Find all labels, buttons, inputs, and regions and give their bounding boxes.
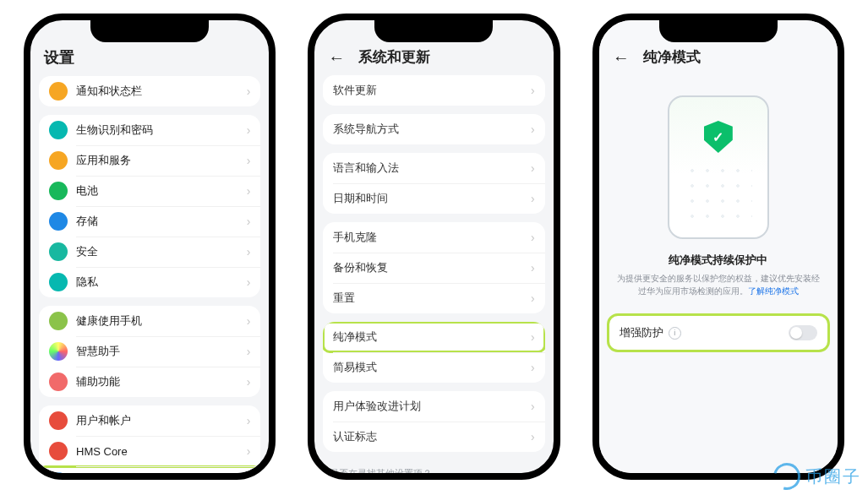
settings-row-通知和状态栏[interactable]: 通知和状态栏›	[39, 76, 260, 106]
row-label: 通知和状态栏	[76, 84, 247, 99]
chevron-right-icon: ›	[247, 275, 251, 289]
settings-row-隐私[interactable]: 隐私›	[39, 267, 260, 297]
row-label: 应用和服务	[76, 153, 247, 168]
health-icon	[49, 312, 68, 330]
apps-icon	[49, 151, 68, 170]
settings-row-系统和更新[interactable]: 系统和更新›	[39, 466, 260, 473]
title-row: ← 系统和更新	[314, 42, 553, 75]
notch	[659, 20, 778, 42]
settings-group: 通知和状态栏›	[39, 76, 260, 106]
system-group: 手机克隆›备份和恢复›重置›	[323, 222, 544, 313]
row-label: 智慧助手	[76, 344, 247, 359]
row-label: 简易模式	[333, 360, 531, 375]
pure-mode-hero: 纯净模式持续保护中 为提供更安全的服务以保护您的权益，建议优先安装经过华为应用市…	[599, 75, 838, 309]
row-label: 语言和输入法	[333, 160, 531, 176]
chevron-right-icon: ›	[247, 84, 251, 98]
learn-more-link[interactable]: 了解纯净模式	[748, 286, 799, 296]
battery-icon	[49, 182, 68, 200]
screen-pure-mode: ← 纯净模式 纯净模式持续保护中 为提供更安全的服务以保护您的权益，建议优先安装…	[599, 20, 838, 473]
system-row-重置[interactable]: 重置›	[323, 283, 544, 313]
settings-row-智慧助手[interactable]: 智慧助手›	[39, 336, 260, 367]
settings-row-用户和帐户[interactable]: 用户和帐户›	[39, 405, 260, 436]
settings-row-生物识别和密码[interactable]: 生物识别和密码›	[39, 115, 260, 145]
system-row-手机克隆[interactable]: 手机克隆›	[323, 222, 544, 253]
accessibility-icon	[49, 373, 68, 391]
footer-links: 是否在寻找其他设置项？ 无障碍 玩机技巧	[314, 460, 553, 473]
page-title: 设置	[30, 42, 269, 76]
chevron-right-icon: ›	[531, 291, 535, 305]
settings-row-安全[interactable]: 安全›	[39, 237, 260, 267]
settings-group: 生物识别和密码›应用和服务›电池›存储›安全›隐私›	[39, 115, 260, 297]
settings-row-辅助功能[interactable]: 辅助功能›	[39, 367, 260, 397]
page-title: 纯净模式	[643, 47, 701, 67]
system-row-软件更新[interactable]: 软件更新›	[323, 75, 544, 106]
row-label: 用户体验改进计划	[333, 399, 531, 414]
system-group: 系统导航方式›	[323, 114, 544, 144]
enhanced-protection-switch[interactable]	[789, 325, 817, 340]
chevron-right-icon: ›	[531, 192, 535, 205]
settings-row-存储[interactable]: 存储›	[39, 206, 260, 237]
chevron-right-icon: ›	[531, 231, 535, 244]
chevron-right-icon: ›	[531, 361, 535, 374]
notch	[374, 20, 493, 42]
chevron-right-icon: ›	[247, 444, 251, 458]
row-label: 用户和帐户	[76, 413, 247, 428]
row-label: 电池	[76, 183, 247, 199]
system-group: 语言和输入法›日期和时间›	[323, 153, 544, 214]
chevron-right-icon: ›	[247, 123, 251, 137]
enhanced-protection-row[interactable]: 增强防护 i	[608, 314, 829, 351]
system-row-系统导航方式[interactable]: 系统导航方式›	[323, 114, 544, 144]
chevron-right-icon: ›	[247, 184, 251, 198]
system-update-icon	[49, 472, 68, 473]
row-label: 生物识别和密码	[76, 122, 247, 138]
user-icon	[49, 411, 68, 430]
chevron-right-icon: ›	[531, 161, 535, 175]
enhanced-protection-label: 增强防护 i	[620, 325, 789, 340]
chevron-right-icon: ›	[531, 84, 535, 97]
page-title: 系统和更新	[358, 47, 430, 67]
back-icon[interactable]: ←	[328, 49, 345, 66]
system-group: 纯净模式›简易模式›	[323, 322, 544, 383]
system-row-简易模式[interactable]: 简易模式›	[323, 352, 544, 383]
system-row-备份和恢复[interactable]: 备份和恢复›	[323, 253, 544, 283]
system-row-日期和时间[interactable]: 日期和时间›	[323, 183, 544, 214]
info-icon[interactable]: i	[669, 327, 681, 340]
settings-row-HMS Core[interactable]: HMS Core›	[39, 436, 260, 466]
row-label: 认证标志	[333, 429, 531, 444]
watermark-text: 币圈子	[805, 465, 861, 488]
row-label: HMS Core	[76, 445, 247, 458]
shield-check-icon	[704, 121, 733, 153]
title-row: ← 纯净模式	[599, 42, 838, 75]
row-label: 安全	[76, 244, 247, 259]
row-label: 手机克隆	[333, 230, 531, 245]
system-row-用户体验改进计划[interactable]: 用户体验改进计划›	[323, 391, 544, 422]
system-row-纯净模式[interactable]: 纯净模式›	[323, 322, 544, 352]
chevron-right-icon: ›	[531, 400, 535, 413]
row-label: 重置	[333, 291, 531, 306]
settings-group: 健康使用手机›智慧助手›辅助功能›	[39, 306, 260, 397]
settings-group: 用户和帐户›HMS Core›系统和更新›关于手机›	[39, 405, 260, 473]
chevron-right-icon: ›	[531, 330, 535, 344]
toggle-label-text: 增强防护	[620, 325, 663, 340]
bell-icon	[49, 82, 68, 101]
fingerprint-icon	[49, 121, 68, 139]
system-row-认证标志[interactable]: 认证标志›	[323, 422, 544, 452]
protecting-title: 纯净模式持续保护中	[669, 253, 767, 268]
hms-icon	[49, 442, 68, 460]
screen-settings: 设置 通知和状态栏›生物识别和密码›应用和服务›电池›存储›安全›隐私›健康使用…	[30, 20, 269, 473]
chevron-right-icon: ›	[247, 245, 251, 258]
storage-icon	[49, 212, 68, 231]
row-label: 存储	[76, 214, 247, 229]
row-label: 日期和时间	[333, 191, 531, 206]
back-icon[interactable]: ←	[613, 49, 630, 66]
settings-row-健康使用手机[interactable]: 健康使用手机›	[39, 306, 260, 336]
notch	[90, 20, 209, 42]
security-icon	[49, 242, 68, 261]
watermark-icon	[768, 458, 805, 495]
chevron-right-icon: ›	[247, 314, 251, 328]
settings-row-电池[interactable]: 电池›	[39, 176, 260, 206]
system-row-语言和输入法[interactable]: 语言和输入法›	[323, 153, 544, 183]
settings-row-应用和服务[interactable]: 应用和服务›	[39, 145, 260, 176]
screen-system-update: ← 系统和更新 软件更新›系统导航方式›语言和输入法›日期和时间›手机克隆›备份…	[314, 20, 553, 473]
privacy-icon	[49, 273, 68, 291]
